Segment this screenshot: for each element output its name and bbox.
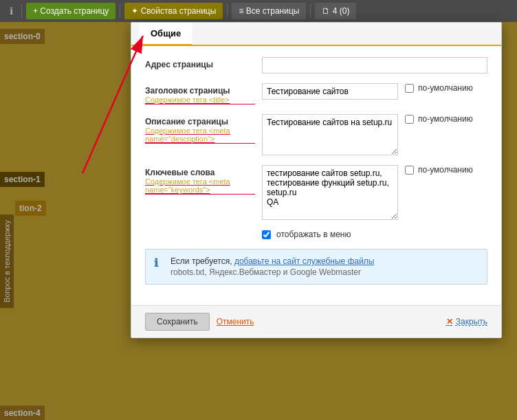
description-default-checkbox[interactable] [405, 115, 414, 124]
tab-general[interactable]: Общие [140, 23, 192, 46]
all-pages-button[interactable]: ≡ Все страницы [232, 3, 306, 19]
close-icon: ✕ [446, 317, 453, 327]
keywords-default-group: по-умолчанию [405, 165, 487, 175]
close-button[interactable]: ✕ Закрыть [446, 317, 487, 327]
info-subtext: robots.txt, Яндекс.Вебмастер и Google We… [170, 267, 374, 277]
title-row: Заголовок страницы Содержимое тега <titl… [145, 83, 487, 104]
toolbar: ℹ + Создать страницу ✦ Свойства страницы… [0, 0, 517, 22]
doc-button[interactable]: 🗋 4 (0) [315, 3, 356, 19]
address-row: Адрес страницы [145, 57, 487, 74]
cancel-button[interactable]: Отменить [217, 317, 254, 327]
title-default-checkbox[interactable] [405, 84, 414, 93]
info-link[interactable]: добавьте на сайт служебные файлы [234, 256, 375, 266]
separator [21, 4, 22, 18]
info-text: Если требуется, [170, 256, 232, 266]
description-input[interactable]: Тестирование сайтов на <span class="link… [262, 114, 398, 155]
menu-checkbox[interactable] [262, 230, 271, 239]
description-row: Описание страницы Содержимое тега <meta … [145, 114, 487, 155]
keywords-default-label: по-умолчанию [418, 165, 473, 175]
close-label: Закрыть [456, 317, 487, 327]
keywords-input[interactable]: тестирование сайтов setup.ru, тестирован… [262, 165, 398, 220]
keywords-default-checkbox[interactable] [405, 166, 414, 175]
menu-checkbox-label: отображать в меню [276, 230, 351, 239]
create-page-button[interactable]: + Создать страницу [26, 3, 116, 19]
title-input[interactable] [262, 83, 398, 100]
address-label: Адрес страницы [145, 57, 255, 69]
modal-dialog: Общие Адрес страницы Заголовок страницы … [131, 22, 502, 338]
address-input[interactable] [262, 57, 487, 74]
menu-row: отображать в меню [145, 230, 487, 239]
title-default-group: по-умолчанию [405, 83, 487, 93]
title-label: Заголовок страницы Содержимое тега <titl… [145, 83, 255, 104]
description-default-label: по-умолчанию [418, 114, 473, 124]
separator [120, 4, 120, 18]
description-default-group: по-умолчанию [405, 114, 487, 124]
info-button[interactable]: ℹ [6, 4, 17, 18]
title-default-label: по-умолчанию [418, 83, 473, 93]
description-sublabel: Содержимое тега <meta name="description"… [145, 126, 255, 144]
keywords-label: Ключевые слова Содержимое тега <meta nam… [145, 165, 255, 195]
keywords-row: Ключевые слова Содержимое тега <meta nam… [145, 165, 487, 220]
save-button[interactable]: Сохранить [145, 313, 210, 331]
info-box: ℹ Если требуется, добавьте на сайт служе… [145, 249, 487, 285]
separator [310, 4, 311, 18]
info-content: Если требуется, добавьте на сайт служебн… [170, 256, 374, 277]
page-properties-button[interactable]: ✦ Свойства страницы [124, 3, 223, 19]
separator [227, 4, 228, 18]
description-label: Описание страницы Содержимое тега <meta … [145, 114, 255, 144]
modal-tabs: Общие [131, 23, 501, 46]
modal-body: Адрес страницы Заголовок страницы Содерж… [131, 46, 501, 305]
title-sublabel: Содержимое тега <title> [145, 96, 255, 104]
info-icon: ℹ [154, 256, 165, 269]
keywords-sublabel: Содержимое тега <meta name="keywords"> [145, 177, 255, 195]
modal-footer: Сохранить Отменить ✕ Закрыть [131, 305, 501, 338]
